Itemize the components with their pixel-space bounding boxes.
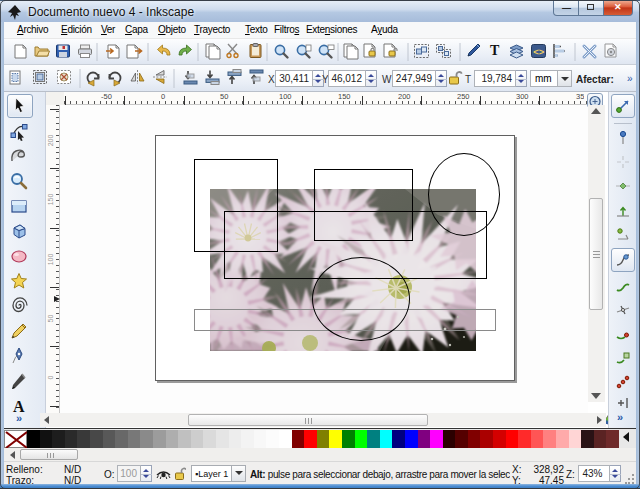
svg-text:<>: <> <box>533 46 545 57</box>
svg-text:T: T <box>490 43 500 58</box>
